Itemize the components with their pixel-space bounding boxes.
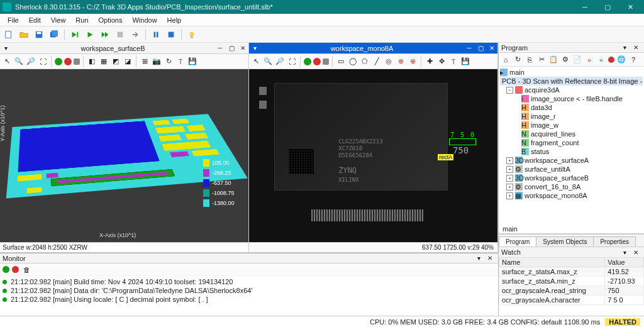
run-dot-icon[interactable]	[304, 58, 311, 65]
mon-rec-icon[interactable]	[12, 266, 19, 273]
tree-node[interactable]: Bstatus	[500, 147, 643, 156]
breakpoint-icon[interactable]	[165, 28, 177, 41]
menu-help[interactable]: Help	[162, 15, 187, 25]
rt-gear-icon[interactable]: ⚙	[560, 55, 570, 65]
step-over-icon[interactable]	[129, 28, 142, 41]
roi-rect[interactable]	[449, 138, 476, 145]
record-icon[interactable]	[313, 58, 321, 65]
record-icon[interactable]	[64, 58, 72, 65]
tab-system[interactable]: System Objects	[536, 236, 594, 247]
play-icon[interactable]	[84, 28, 96, 41]
tree-node[interactable]: +3Dworkspace_surfaceA	[500, 156, 643, 165]
canvas-3d[interactable]: 105.00 -266.25 -637.50 -1008.75 -1380.00…	[0, 69, 248, 242]
tree-node[interactable]: iimage_source < - fileB.handle	[500, 94, 643, 103]
program-tree[interactable]: ▸main PCB - 3D Scan with Reflectance 8-b…	[499, 67, 644, 224]
tab-program[interactable]: Program	[499, 236, 536, 247]
persp2-icon[interactable]: ◪	[123, 57, 133, 67]
pane-max-icon[interactable]: ▢	[475, 44, 486, 53]
minimize-button[interactable]: ─	[574, 1, 596, 13]
bulb-icon[interactable]	[186, 28, 198, 41]
poly-roi-icon[interactable]: ⬠	[360, 57, 370, 67]
rt-out-icon[interactable]: «	[596, 55, 606, 65]
zoom-icon[interactable]: 🔍	[263, 57, 273, 67]
watch-table[interactable]: NameValue surface_z_statsA.max_z419.52 s…	[499, 257, 644, 316]
rt-refresh-icon[interactable]: ↻	[513, 55, 523, 65]
pane-max-icon[interactable]: ▢	[226, 44, 236, 53]
fit-icon[interactable]: ⛶	[287, 57, 297, 67]
stop2-icon[interactable]	[74, 58, 80, 65]
play-step-icon[interactable]	[69, 28, 81, 41]
text-icon[interactable]: T	[175, 57, 186, 67]
tree-node[interactable]: +3Dworkspace_surfaceB	[500, 174, 643, 182]
save-icon[interactable]	[33, 28, 45, 41]
subroutine-tab[interactable]: main	[499, 224, 644, 234]
tree-node[interactable]: +⚙surface_untiltA	[500, 165, 643, 174]
cross-icon[interactable]: ✚	[425, 57, 435, 67]
tree-node[interactable]: Hdata3d	[500, 103, 643, 112]
rt-world-icon[interactable]: 🌐	[616, 55, 626, 65]
canvas-2d[interactable]: XC7Z010 CLG225ABX2213 D5E665628A ZYNQ XI…	[249, 69, 497, 242]
target-icon[interactable]: ⊗	[396, 57, 406, 67]
menu-run[interactable]: Run	[70, 15, 93, 25]
pane-min-icon[interactable]: ─	[215, 44, 225, 53]
rt-in-icon[interactable]: »	[584, 55, 594, 65]
close-button[interactable]: ✕	[619, 1, 641, 13]
watch-menu-icon[interactable]: ▾	[619, 248, 630, 257]
tree-node[interactable]: Nfragment_count	[500, 138, 643, 147]
move-icon[interactable]: ✥	[436, 57, 447, 67]
persp-icon[interactable]: ◩	[111, 57, 121, 67]
tree-node-acquire[interactable]: −acquire3dA	[500, 86, 643, 94]
tree-node[interactable]: +▦workspace_mono8A	[500, 191, 643, 200]
fit-icon[interactable]: ⛶	[38, 57, 48, 67]
monitor-log[interactable]: 21:12:02.982 [main] Build time: Nov 4 20…	[0, 276, 498, 316]
cam-icon[interactable]: 📷	[152, 57, 162, 67]
line-roi-icon[interactable]: ╱	[372, 57, 382, 67]
rot-icon[interactable]: ↻	[164, 57, 174, 67]
pointer-icon[interactable]: ↖	[251, 57, 261, 67]
maximize-button[interactable]: ▢	[596, 1, 619, 13]
rt-doc-icon[interactable]: 📄	[572, 55, 582, 65]
stop-icon[interactable]	[114, 28, 126, 41]
mon-clear-icon[interactable]: 🗑	[21, 265, 31, 275]
tree-node[interactable]: Nacquired_lines	[500, 130, 643, 138]
rt-paste-icon[interactable]: 📋	[548, 55, 558, 65]
run-dot-icon[interactable]	[55, 58, 62, 65]
save2-icon[interactable]: 💾	[460, 57, 470, 67]
view-icon[interactable]: ▦	[99, 57, 109, 67]
menu-options[interactable]: Options	[94, 15, 128, 25]
save2-icon[interactable]: 💾	[187, 57, 197, 67]
monitor-menu-icon[interactable]: ▾	[474, 254, 484, 263]
pause-icon[interactable]	[150, 28, 162, 41]
pane-min-icon[interactable]: ─	[464, 44, 474, 53]
zoom-out-icon[interactable]: 🔎	[26, 57, 36, 67]
rt-home-icon[interactable]: ⌂	[501, 55, 511, 65]
open-icon[interactable]	[18, 28, 30, 41]
pane-menu-icon[interactable]: ▾	[250, 44, 260, 53]
tree-node[interactable]: +⚙convert_16_to_8A	[500, 182, 643, 191]
annulus-icon[interactable]: ◎	[384, 57, 394, 67]
menu-file[interactable]: File	[3, 15, 24, 25]
tab-properties[interactable]: Properties	[593, 236, 636, 247]
monitor-close-icon[interactable]: ✕	[485, 254, 495, 263]
rt-dot-icon[interactable]	[608, 57, 614, 63]
snap-icon[interactable]: ⊞	[140, 57, 150, 67]
rt-copy-icon[interactable]: ⎘	[525, 55, 535, 65]
menu-view[interactable]: View	[46, 15, 71, 25]
stop2-icon[interactable]	[323, 58, 329, 65]
play-fast-icon[interactable]	[99, 28, 111, 41]
pane-close-icon[interactable]: ✕	[487, 44, 497, 53]
cube-icon[interactable]: ◧	[87, 57, 97, 67]
text-icon[interactable]: T	[448, 57, 458, 67]
pane-menu-icon[interactable]: ▾	[1, 44, 11, 53]
menu-edit[interactable]: Edit	[24, 15, 46, 25]
mon-run-icon[interactable]	[3, 266, 9, 273]
tree-node[interactable]: Himage_w	[500, 121, 643, 130]
zoom-icon[interactable]: 🔍	[14, 57, 24, 67]
panel-menu-icon[interactable]: ▾	[619, 43, 630, 52]
panel-close-icon[interactable]: ✕	[631, 43, 641, 52]
tree-node[interactable]: Himage_r	[500, 112, 643, 121]
new-icon[interactable]	[3, 28, 15, 41]
rt-cut-icon[interactable]: ✂	[536, 55, 547, 65]
pointer-icon[interactable]: ↖	[2, 57, 12, 67]
target2-icon[interactable]: ⊕	[408, 57, 418, 67]
